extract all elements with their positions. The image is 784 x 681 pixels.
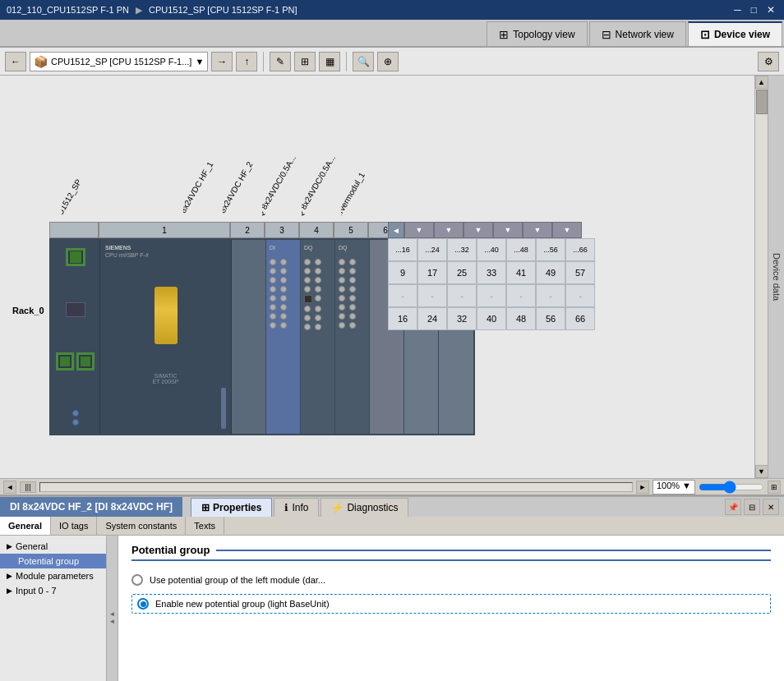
device-data-tab[interactable]: Device data — [768, 76, 784, 478]
bottom-panel: DI 8x24VDC HF_2 [DI 8x24VDC HF] ⊞ Proper… — [0, 495, 784, 681]
tree-item-input07[interactable]: ▶ Input 0 - 7 — [0, 583, 106, 598]
tab-properties-label: Properties — [213, 502, 261, 513]
ext-arrow-4[interactable]: ▼ — [493, 222, 523, 238]
settings-button[interactable]: ⚙ — [758, 52, 779, 71]
ext-arrow-6[interactable]: ▼ — [552, 222, 582, 238]
title-right: CPU1512_SP [CPU 1512SP F-1 PN] — [149, 5, 297, 15]
bottom-pin-button[interactable]: 📌 — [725, 499, 741, 515]
tab-diagnostics[interactable]: ⚡ Diagnostics — [321, 498, 408, 517]
zoom-in-button[interactable]: 🔍 — [353, 52, 374, 71]
io-dot-4 — [280, 268, 287, 274]
cpu-bottom: SIMATICET 200SP — [105, 373, 226, 384]
subtab-sysconstants[interactable]: System constants — [97, 517, 186, 535]
module-slot-3[interactable]: DI — [266, 240, 301, 434]
tree-item-potentialgroup[interactable]: Potential group — [0, 554, 106, 568]
radio-option-1[interactable]: Use potential group of the left module (… — [131, 574, 771, 586]
ext-label-6: ...56 — [536, 238, 565, 261]
num-cell-9: 9 — [388, 261, 417, 284]
col-header-di1: DI 8x24VDC HF_1 — [183, 88, 223, 219]
scroll-up-button[interactable]: ▲ — [755, 76, 768, 89]
ext-header-row: ◄ ▼ ▼ ▼ ▼ ▼ ▼ — [388, 222, 582, 238]
edit-button[interactable]: ✎ — [270, 52, 291, 71]
dq1-dots — [304, 259, 331, 330]
bottom-close-button[interactable]: ✕ — [763, 499, 779, 515]
ext-back-button[interactable]: ◄ — [388, 222, 404, 238]
col-header-dq2-label: DQ 8x24VDC/0.5A... — [302, 154, 337, 219]
module-slot-1[interactable]: SIEMENS CPU m#SBP F-# SIMATICET 200SP — [100, 240, 232, 434]
ext-arrow-3[interactable]: ▼ — [463, 222, 493, 238]
device-icon: ⊡ — [700, 28, 710, 41]
tab-topology[interactable]: ⊞ Topology view — [487, 21, 587, 46]
radio-option-2[interactable]: Enable new potential group (light BaseUn… — [131, 594, 771, 614]
dq1-dot-13 — [315, 315, 321, 321]
fit-view-button[interactable]: ⊞ — [768, 481, 781, 494]
cpu-coil-area — [105, 261, 226, 370]
tab-properties[interactable]: ⊞ Properties — [191, 498, 272, 517]
module-slot-0[interactable] — [51, 240, 100, 434]
tab-device[interactable]: ⊡ Device view — [688, 21, 782, 46]
nav-up-button[interactable]: ↑ — [236, 52, 257, 71]
ext-arrow-1[interactable]: ▼ — [404, 222, 434, 238]
tab-info[interactable]: ℹ Info — [274, 498, 319, 517]
io-dot-12 — [280, 304, 287, 311]
tab-network[interactable]: ⊟ Network view — [589, 21, 686, 46]
dash-cell-1: - — [388, 284, 417, 307]
slot-num-0 — [49, 222, 99, 238]
device-dropdown[interactable]: 📦 CPU1512_SP [CPU 1512SP F-1...] ▼ — [30, 52, 208, 71]
col-header-server: Servermodul_1 — [341, 88, 390, 219]
tree-item-moduleparams[interactable]: ▶ Module parameters — [0, 568, 106, 583]
close-button[interactable]: ✕ — [764, 4, 777, 16]
io-dot-1 — [270, 259, 276, 265]
dq2-dot-14 — [349, 313, 356, 320]
maximize-button[interactable]: □ — [749, 4, 759, 16]
zoom-slider[interactable] — [699, 481, 764, 494]
h-scroll-right-button[interactable]: ► — [636, 481, 649, 494]
bottom-float-button[interactable]: ⊟ — [744, 499, 760, 515]
collapse-sidebar-button[interactable]: ◄ ◄ — [107, 536, 118, 681]
io-dot-11 — [270, 304, 276, 311]
scroll-track — [755, 89, 768, 465]
slot-num-4: 4 — [299, 222, 334, 238]
num-cell-17: 17 — [417, 261, 447, 284]
dq2-dot-1 — [339, 259, 345, 265]
rack-label: Rack_0 — [12, 306, 44, 315]
dq2-dot-15 — [339, 322, 345, 329]
ext-label-3: ...32 — [447, 238, 477, 261]
module-slot-2[interactable] — [232, 240, 266, 434]
dq2-dots — [339, 259, 366, 329]
zoom-fit-button[interactable]: ⊕ — [377, 52, 399, 71]
col-header-di2-label: DI 8x24VDC HF_2 — [223, 160, 254, 219]
subtab-general[interactable]: General — [0, 517, 51, 535]
scroll-down-button[interactable]: ▼ — [755, 465, 768, 478]
zoom-dropdown[interactable]: 100% ▼ — [653, 480, 695, 495]
num-cell-25: 25 — [447, 261, 477, 284]
subtab-texts[interactable]: Texts — [186, 517, 224, 535]
cpu-right-indicator — [105, 388, 226, 429]
radio-circle-1-icon[interactable] — [131, 574, 143, 586]
ext-arrow-5[interactable]: ▼ — [523, 222, 552, 238]
dash-cell-7: - — [565, 284, 595, 307]
scroll-thumb[interactable] — [756, 90, 768, 114]
subtab-iotags[interactable]: IO tags — [51, 517, 97, 535]
table-button[interactable]: ⊞ — [294, 52, 316, 71]
ext-label-5: ...48 — [506, 238, 536, 261]
grid-button[interactable]: ▦ — [319, 52, 340, 71]
module-slot-4[interactable]: DQ — [301, 240, 335, 434]
num-grid-row3: 16 24 32 40 48 56 66 — [388, 307, 595, 330]
module-slot-5[interactable]: DQ — [335, 240, 370, 434]
h-scroll-left-button[interactable]: ◄ — [3, 481, 16, 494]
radio-circle-2-icon[interactable] — [137, 598, 149, 610]
minimize-button[interactable]: ─ — [731, 4, 744, 16]
dq2-dot-8 — [349, 286, 356, 292]
dq1-dot-15 — [315, 324, 321, 330]
slot-num-1: 1 — [99, 222, 230, 238]
vertical-scrollbar[interactable]: ▲ ▼ — [754, 76, 768, 478]
dq1-label: DQ — [304, 245, 331, 251]
ext-arrow-2[interactable]: ▼ — [434, 222, 463, 238]
section-title: Potential group — [131, 544, 771, 561]
dq1-dot-2 — [315, 259, 321, 265]
nav-back-button[interactable]: ← — [5, 52, 26, 71]
nav-forward-button[interactable]: → — [211, 52, 233, 71]
tree-item-general[interactable]: ▶ General — [0, 539, 106, 554]
siemens-logo: SIEMENS — [105, 245, 226, 251]
